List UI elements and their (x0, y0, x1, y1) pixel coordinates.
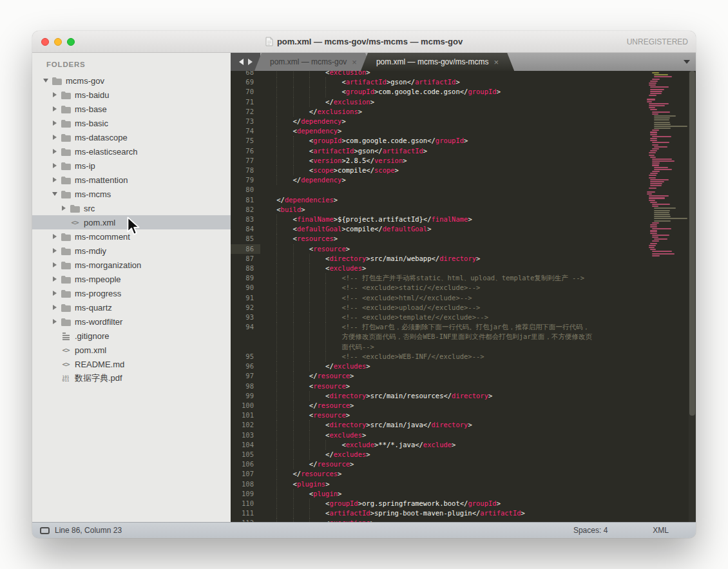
sidebar-item-ms-mattention[interactable]: ms-mattention (32, 173, 231, 187)
line-number[interactable]: 86 (231, 244, 260, 254)
line-number[interactable]: 110 (231, 499, 260, 508)
chevron-right-icon[interactable] (50, 177, 59, 182)
minimap[interactable] (644, 72, 686, 257)
code-line-102[interactable]: 102<directory>src/main/java</directory> (231, 420, 696, 430)
line-number[interactable]: 69 (231, 77, 260, 87)
scrollbar-thumb[interactable] (689, 71, 695, 416)
code-line-84[interactable]: 84<defaultGoal>compile</defaultGoal> (231, 224, 696, 234)
line-number[interactable]: 72 (231, 107, 260, 117)
code-line-106[interactable]: 106</resource> (231, 459, 696, 469)
chevron-right-icon[interactable] (50, 305, 59, 310)
sidebar-item-ms-mcomment[interactable]: ms-mcomment (32, 229, 231, 244)
line-number[interactable]: 89 (231, 273, 260, 283)
sidebar-item-ms-progress[interactable]: ms-progress (32, 286, 231, 300)
line-number[interactable]: 75 (231, 136, 260, 146)
code-line-71[interactable]: 71</exclusion> (231, 97, 696, 107)
chevron-right-icon[interactable] (50, 248, 59, 253)
line-number[interactable]: 112 (231, 518, 260, 522)
sidebar-item-ms-datascope[interactable]: ms-datascope (32, 130, 231, 144)
code-line-107[interactable]: 107</resources> (231, 469, 696, 479)
close-tab-icon[interactable]: × (494, 57, 499, 67)
code-line-78[interactable]: 78<scope>compile</scope> (231, 166, 696, 175)
sidebar-item-pom.xml[interactable]: <>pom.xml (32, 343, 231, 357)
code-line-79[interactable]: 79</dependency> (231, 175, 696, 185)
code-line-96[interactable]: 96</excludes> (231, 362, 696, 371)
chevron-down-icon[interactable] (41, 79, 50, 82)
sidebar-item-src[interactable]: src (32, 201, 231, 215)
code-line-101[interactable]: 101<resource> (231, 410, 696, 420)
sidebar-item-README.md[interactable]: <>README.md (32, 357, 231, 371)
line-number[interactable]: 79 (231, 175, 260, 185)
line-number[interactable]: 88 (231, 264, 260, 273)
titlebar[interactable]: pom.xml — mcms-gov/ms-mcms — mcms-gov UN… (32, 31, 696, 53)
code-line-95[interactable]: 95<!-- <exclude>WEB-INF/</exclude>--> (231, 352, 696, 362)
line-number[interactable]: 71 (231, 97, 260, 107)
code-line-94[interactable]: 94<!-- 打包war包，必须删除下面一行代码。打包jar包，推荐启用下面一行… (231, 322, 696, 352)
sidebar-item-ms-morganization[interactable]: ms-morganization (32, 258, 231, 272)
chevron-right-icon[interactable] (50, 319, 59, 324)
close-tab-icon[interactable]: × (352, 57, 357, 67)
line-number[interactable]: 96 (231, 362, 260, 371)
zoom-window-button[interactable] (67, 38, 75, 46)
code-line-68[interactable]: 68<exclusion> (231, 71, 696, 77)
line-number[interactable]: 87 (231, 254, 260, 264)
code-line-104[interactable]: 104<exclude>**/*.java</exclude> (231, 440, 696, 450)
sidebar-item-mcms-gov[interactable]: mcms-gov (32, 73, 231, 88)
line-number[interactable]: 81 (231, 195, 260, 205)
chevron-right-icon[interactable] (50, 163, 59, 168)
code-line-98[interactable]: 98<resource> (231, 381, 696, 391)
code-line-88[interactable]: 88<excludes> (231, 264, 696, 273)
line-number[interactable]: 77 (231, 156, 260, 166)
code-editor[interactable]: 68<exclusion>69<artifactId>gson</artifac… (231, 71, 696, 522)
line-number[interactable]: 109 (231, 489, 260, 499)
code-line-80[interactable]: 80 (231, 185, 696, 195)
sidebar-item-ms-wordfilter[interactable]: ms-wordfilter (32, 314, 231, 329)
code-line-92[interactable]: 92<!-- <exclude>upload/</exclude>--> (231, 303, 696, 313)
line-number[interactable]: 74 (231, 126, 260, 136)
line-number[interactable]: 95 (231, 352, 260, 362)
code-line-70[interactable]: 70<groupId>com.google.code.gson</groupId… (231, 87, 696, 97)
code-line-77[interactable]: 77<version>2.8.5</version> (231, 156, 696, 166)
line-number[interactable]: 76 (231, 146, 260, 156)
code-line-73[interactable]: 73</dependency> (231, 117, 696, 126)
scrollbar-track[interactable] (689, 71, 696, 522)
line-number[interactable]: 80 (231, 185, 260, 195)
line-number[interactable]: 99 (231, 391, 260, 401)
line-number[interactable]: 78 (231, 166, 260, 175)
line-number[interactable]: 93 (231, 313, 260, 322)
code-line-112[interactable]: 112<executions> (231, 518, 696, 522)
sidebar-item-ms-ip[interactable]: ms-ip (32, 159, 231, 173)
sidebar-item-ms-baidu[interactable]: ms-baidu (32, 88, 231, 102)
chevron-right-icon[interactable] (50, 92, 59, 97)
code-line-72[interactable]: 72</exclusions> (231, 107, 696, 117)
code-line-86[interactable]: 86<resource> (231, 244, 696, 254)
tab-active[interactable]: pom.xml — mcms-gov/ms-mcms× (361, 53, 514, 71)
line-number[interactable]: 85 (231, 234, 260, 244)
code-line-81[interactable]: 81</dependencies> (231, 195, 696, 205)
chevron-right-icon[interactable] (50, 234, 59, 239)
chevron-right-icon[interactable] (50, 291, 59, 296)
code-line-93[interactable]: 93<!-- <exclude>template/</exclude>--> (231, 313, 696, 322)
line-number[interactable]: 111 (231, 508, 260, 518)
code-line-91[interactable]: 91<!-- <exclude>html/</exclude>--> (231, 293, 696, 303)
line-number[interactable]: 98 (231, 381, 260, 391)
sidebar-item-pom.xml[interactable]: <>pom.xml (32, 215, 231, 229)
line-number[interactable]: 104 (231, 440, 260, 450)
line-number[interactable]: 70 (231, 87, 260, 97)
line-number[interactable]: 102 (231, 420, 260, 430)
line-number[interactable]: 73 (231, 117, 260, 126)
line-number[interactable]: 105 (231, 450, 260, 459)
code-line-69[interactable]: 69<artifactId>gson</artifactId> (231, 77, 696, 87)
code-line-97[interactable]: 97</resource> (231, 371, 696, 381)
sidebar-item-ms-base[interactable]: ms-base (32, 102, 231, 116)
chevron-right-icon[interactable] (50, 276, 59, 282)
line-number[interactable]: 82 (231, 205, 260, 215)
code-line-111[interactable]: 111<artifactId>spring-boot-maven-plugin<… (231, 508, 696, 518)
code-line-109[interactable]: 109<plugin> (231, 489, 696, 499)
syntax-setting[interactable]: XML (653, 526, 669, 535)
code-line-87[interactable]: 87<directory>src/main/webapp</directory> (231, 254, 696, 264)
code-line-76[interactable]: 76<artifactId>gson</artifactId> (231, 146, 696, 156)
line-number[interactable]: 107 (231, 469, 260, 479)
chevron-right-icon[interactable] (50, 121, 59, 126)
prev-tab-arrow-icon[interactable] (239, 59, 244, 65)
